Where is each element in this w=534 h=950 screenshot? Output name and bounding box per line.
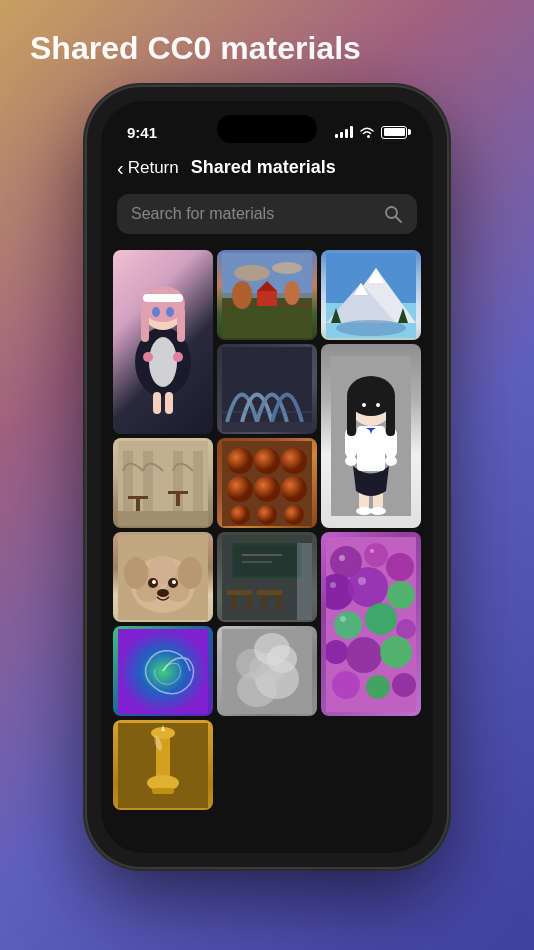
svg-point-76 xyxy=(230,505,250,525)
list-item[interactable] xyxy=(113,626,213,716)
svg-rect-68 xyxy=(118,511,208,526)
svg-point-107 xyxy=(364,543,388,567)
svg-point-17 xyxy=(234,265,270,281)
svg-rect-67 xyxy=(176,494,180,506)
signal-icon xyxy=(335,126,353,138)
svg-point-87 xyxy=(178,557,202,589)
svg-point-49 xyxy=(385,456,397,466)
svg-point-71 xyxy=(254,448,280,474)
svg-point-121 xyxy=(339,555,345,561)
svg-point-117 xyxy=(380,636,412,668)
svg-point-92 xyxy=(157,589,169,597)
svg-point-91 xyxy=(172,580,176,584)
svg-point-73 xyxy=(227,476,253,502)
svg-rect-12 xyxy=(165,392,173,414)
list-item[interactable] xyxy=(217,532,317,622)
svg-point-48 xyxy=(345,456,357,466)
svg-point-90 xyxy=(152,580,156,584)
svg-rect-100 xyxy=(257,590,282,595)
svg-point-77 xyxy=(257,505,277,525)
svg-rect-99 xyxy=(247,595,251,610)
svg-point-110 xyxy=(348,567,388,607)
list-item[interactable] xyxy=(217,344,317,434)
svg-point-133 xyxy=(254,633,290,665)
svg-rect-63 xyxy=(193,451,203,511)
svg-point-125 xyxy=(340,616,346,622)
svg-point-118 xyxy=(332,671,360,699)
svg-rect-52 xyxy=(347,396,356,436)
svg-rect-34 xyxy=(222,347,312,432)
svg-point-33 xyxy=(336,320,406,336)
masonry-grid xyxy=(113,250,421,810)
dynamic-island xyxy=(217,115,317,143)
svg-point-108 xyxy=(386,553,414,581)
nav-title: Shared materials xyxy=(191,157,336,178)
svg-rect-101 xyxy=(262,595,266,610)
status-time: 9:41 xyxy=(127,124,157,141)
svg-rect-61 xyxy=(143,451,153,511)
list-item[interactable] xyxy=(113,532,213,622)
list-item[interactable] xyxy=(321,250,421,340)
nav-bar: ‹ Return Shared materials xyxy=(101,149,433,186)
search-icon xyxy=(383,204,403,224)
svg-rect-66 xyxy=(168,491,188,494)
list-item[interactable] xyxy=(217,626,317,716)
svg-point-9 xyxy=(166,307,174,317)
back-button[interactable]: ‹ Return xyxy=(117,158,179,178)
svg-point-57 xyxy=(362,403,366,407)
svg-rect-10 xyxy=(143,294,183,302)
list-item[interactable] xyxy=(113,720,213,810)
list-item[interactable] xyxy=(321,344,421,528)
svg-rect-11 xyxy=(153,392,161,414)
svg-point-74 xyxy=(254,476,280,502)
svg-point-8 xyxy=(152,307,160,317)
svg-rect-96 xyxy=(297,543,312,620)
materials-grid xyxy=(101,246,433,853)
list-item[interactable] xyxy=(217,438,317,528)
search-bar[interactable]: Search for materials xyxy=(117,194,417,234)
svg-point-116 xyxy=(346,637,382,673)
list-item[interactable] xyxy=(113,438,213,528)
svg-point-40 xyxy=(356,507,372,515)
svg-rect-64 xyxy=(128,496,148,499)
search-placeholder: Search for materials xyxy=(131,205,373,223)
back-chevron-icon: ‹ xyxy=(117,158,124,178)
svg-point-22 xyxy=(284,281,300,305)
svg-rect-126 xyxy=(118,629,208,714)
svg-rect-60 xyxy=(123,451,133,511)
svg-point-78 xyxy=(284,505,304,525)
back-label: Return xyxy=(128,158,179,178)
svg-point-123 xyxy=(330,582,336,588)
svg-point-112 xyxy=(334,611,362,639)
svg-point-41 xyxy=(370,507,386,515)
svg-rect-138 xyxy=(152,788,174,794)
svg-point-111 xyxy=(387,581,415,609)
svg-point-120 xyxy=(392,673,416,697)
phone-mockup: 9:41 ‹ Return Shared mate xyxy=(87,87,447,867)
svg-rect-35 xyxy=(222,422,312,432)
svg-rect-97 xyxy=(227,590,252,595)
wifi-icon xyxy=(359,126,375,138)
battery-icon xyxy=(381,126,407,139)
page-title: Shared CC0 materials xyxy=(0,0,534,87)
svg-point-0 xyxy=(386,207,397,218)
svg-rect-6 xyxy=(141,307,149,342)
list-item[interactable] xyxy=(113,250,213,434)
phone-screen: 9:41 ‹ Return Shared mate xyxy=(101,101,433,853)
svg-rect-102 xyxy=(277,595,281,610)
svg-point-119 xyxy=(366,675,390,699)
svg-point-70 xyxy=(227,448,253,474)
status-icons xyxy=(335,126,407,139)
svg-point-14 xyxy=(173,352,183,362)
svg-point-75 xyxy=(281,476,307,502)
svg-rect-7 xyxy=(177,307,185,342)
list-item[interactable] xyxy=(217,250,317,340)
svg-point-58 xyxy=(376,403,380,407)
svg-rect-98 xyxy=(232,595,236,610)
svg-point-72 xyxy=(281,448,307,474)
svg-point-122 xyxy=(370,549,374,553)
svg-point-114 xyxy=(396,619,416,639)
svg-point-21 xyxy=(232,281,252,309)
svg-rect-23 xyxy=(257,291,277,306)
list-item[interactable] xyxy=(321,532,421,716)
